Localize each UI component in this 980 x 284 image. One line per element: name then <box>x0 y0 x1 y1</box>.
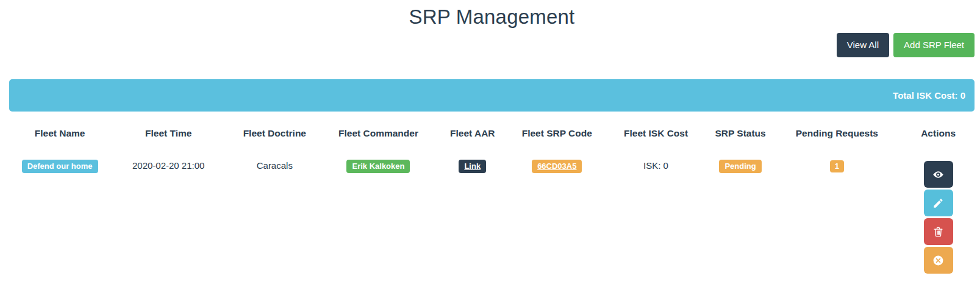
header-fleet-aar: Fleet AAR <box>434 128 511 149</box>
delete-fleet-button[interactable] <box>924 218 953 245</box>
header-fleet-time: Fleet Time <box>110 128 226 149</box>
fleet-srp-code-link[interactable]: 66CD03A5 <box>532 160 582 173</box>
header-actions: Actions <box>902 128 975 149</box>
cell-fleet-time: 2020-02-20 21:00 <box>110 149 226 274</box>
cell-fleet-doctrine: Caracals <box>226 149 323 274</box>
fleet-aar-link[interactable]: Link <box>459 160 486 173</box>
total-isk-cost-bar: Total ISK Cost: 0 <box>9 79 975 112</box>
cell-srp-status: Pending <box>709 149 772 274</box>
add-srp-fleet-button[interactable]: Add SRP Fleet <box>893 33 975 57</box>
fleet-name-badge: Defend our home <box>22 160 98 173</box>
srp-management-page: SRP Management View All Add SRP Fleet To… <box>9 0 975 274</box>
total-isk-cost-label: Total ISK Cost: 0 <box>893 90 965 101</box>
view-fleet-button[interactable] <box>924 161 953 188</box>
cell-actions <box>902 149 975 274</box>
cell-fleet-isk-cost: ISK: 0 <box>603 149 709 274</box>
header-fleet-isk-cost: Fleet ISK Cost <box>603 128 709 149</box>
header-fleet-srp-code: Fleet SRP Code <box>511 128 603 149</box>
cell-pending-requests: 1 <box>772 149 903 274</box>
page-title: SRP Management <box>9 0 975 29</box>
cell-fleet-name: Defend our home <box>9 149 110 274</box>
header-fleet-doctrine: Fleet Doctrine <box>226 128 323 149</box>
edit-fleet-button[interactable] <box>924 190 953 216</box>
actions-stack <box>904 161 972 274</box>
trash-icon <box>932 226 944 238</box>
header-fleet-commander: Fleet Commander <box>323 128 434 149</box>
cell-fleet-commander: Erik Kalkoken <box>323 149 434 274</box>
toolbar: View All Add SRP Fleet <box>9 33 975 57</box>
fleet-commander-badge: Erik Kalkoken <box>346 160 410 173</box>
times-circle-icon <box>932 255 944 266</box>
srp-fleet-table: Fleet Name Fleet Time Fleet Doctrine Fle… <box>9 128 975 274</box>
eye-icon <box>932 169 944 180</box>
srp-status-badge: Pending <box>719 160 761 173</box>
table-row: Defend our home 2020-02-20 21:00 Caracal… <box>9 149 975 274</box>
header-srp-status: SRP Status <box>709 128 772 149</box>
view-all-button[interactable]: View All <box>837 33 889 57</box>
cancel-fleet-button[interactable] <box>924 247 953 274</box>
header-fleet-name: Fleet Name <box>9 128 110 149</box>
cell-fleet-srp-code: 66CD03A5 <box>511 149 603 274</box>
cell-fleet-aar: Link <box>434 149 511 274</box>
header-pending-requests: Pending Requests <box>772 128 903 149</box>
pencil-icon <box>932 197 944 209</box>
table-header-row: Fleet Name Fleet Time Fleet Doctrine Fle… <box>9 128 975 149</box>
pending-requests-badge: 1 <box>830 160 844 172</box>
